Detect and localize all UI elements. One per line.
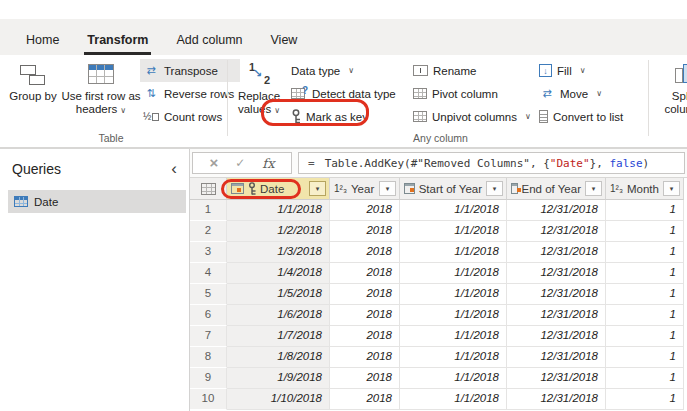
table-cell[interactable]: 1 bbox=[606, 389, 684, 410]
pivot-column-button[interactable]: Pivot column bbox=[410, 82, 537, 105]
row-number[interactable]: 3 bbox=[190, 242, 227, 263]
row-number[interactable]: 4 bbox=[190, 263, 227, 284]
table-cell[interactable]: 1/1/2018 bbox=[400, 221, 507, 242]
table-cell[interactable]: 1/3/2018 bbox=[227, 242, 330, 263]
table-cell[interactable]: 2018 bbox=[330, 221, 400, 242]
row-number[interactable]: 2 bbox=[190, 221, 227, 242]
table-cell[interactable]: 1 bbox=[606, 263, 684, 284]
table-cell[interactable]: 1/8/2018 bbox=[227, 347, 330, 368]
table-cell[interactable]: 12/31/2018 bbox=[507, 200, 606, 221]
table-cell[interactable]: 2018 bbox=[330, 263, 400, 284]
rename-button[interactable]: Rename bbox=[410, 59, 537, 82]
row-number[interactable]: 1 bbox=[190, 200, 227, 221]
column-header-date[interactable]: Date ▾ bbox=[227, 178, 330, 200]
filter-dropdown-button[interactable]: ▾ bbox=[585, 181, 602, 196]
table-cell[interactable]: 1 bbox=[606, 242, 684, 263]
table-cell[interactable]: 12/31/2018 bbox=[507, 284, 606, 305]
select-all-corner[interactable] bbox=[190, 178, 227, 200]
chevron-down-icon: ∨ bbox=[274, 106, 280, 115]
unpivot-columns-button[interactable]: Unpivot columns ∨ bbox=[410, 105, 537, 128]
reverse-rows-button[interactable]: ⇅ Reverse rows bbox=[140, 82, 240, 105]
table-cell[interactable]: 1 bbox=[606, 221, 684, 242]
formula-code: Table.AddKey(#"Removed Columns", { bbox=[325, 157, 550, 170]
convert-to-list-button[interactable]: Convert to list bbox=[536, 105, 629, 128]
table-cell[interactable]: 1 bbox=[606, 200, 684, 221]
filter-dropdown-button[interactable]: ▾ bbox=[309, 181, 326, 196]
table-cell[interactable]: 12/31/2018 bbox=[507, 347, 606, 368]
row-number[interactable]: 7 bbox=[190, 326, 227, 347]
detect-data-type-button[interactable]: ? Detect data type bbox=[288, 82, 402, 105]
table-cell[interactable]: 12/31/2018 bbox=[507, 221, 606, 242]
data-type-button[interactable]: Data type ∨ bbox=[288, 59, 402, 82]
fx-icon[interactable]: fx bbox=[262, 156, 274, 171]
column-header-start-of-year[interactable]: Start of Year ▾ bbox=[400, 178, 507, 200]
filter-dropdown-button[interactable]: ▾ bbox=[486, 181, 503, 196]
filter-dropdown-button[interactable]: ▾ bbox=[379, 181, 396, 196]
table-cell[interactable]: 2018 bbox=[330, 284, 400, 305]
split-column-button[interactable]: Split column bbox=[653, 58, 687, 116]
tab-home[interactable]: Home bbox=[23, 25, 62, 55]
table-cell[interactable]: 1/1/2018 bbox=[400, 284, 507, 305]
table-cell[interactable]: 12/31/2018 bbox=[507, 305, 606, 326]
table-cell[interactable]: 1/1/2018 bbox=[400, 368, 507, 389]
table-cell[interactable]: 12/31/2018 bbox=[507, 263, 606, 284]
cancel-icon[interactable]: × bbox=[210, 158, 219, 168]
column-header-year[interactable]: 1²₃ Year ▾ bbox=[330, 178, 400, 200]
fill-button[interactable]: ↓ Fill ∨ bbox=[536, 59, 629, 82]
table-cell[interactable]: 1/9/2018 bbox=[227, 368, 330, 389]
table-cell[interactable]: 1/1/2018 bbox=[400, 242, 507, 263]
table-cell[interactable]: 1 bbox=[606, 326, 684, 347]
count-rows-button[interactable]: ½ Count rows bbox=[140, 105, 240, 128]
table-cell[interactable]: 1 bbox=[606, 284, 684, 305]
group-by-button[interactable]: Group by bbox=[6, 58, 60, 103]
table-cell[interactable]: 1/1/2018 bbox=[400, 305, 507, 326]
table-cell[interactable]: 1/1/2018 bbox=[400, 347, 507, 368]
table-cell[interactable]: 1/6/2018 bbox=[227, 305, 330, 326]
formula-input[interactable]: =Table.AddKey(#"Removed Columns", {"Date… bbox=[298, 152, 685, 174]
table-cell[interactable]: 2018 bbox=[330, 305, 400, 326]
table-cell[interactable]: 12/31/2018 bbox=[507, 242, 606, 263]
tab-view[interactable]: View bbox=[268, 25, 301, 55]
table-cell[interactable]: 1/1/2018 bbox=[400, 263, 507, 284]
use-first-row-as-headers-button[interactable]: Use first row as headers∨ bbox=[60, 58, 142, 117]
row-number[interactable]: 8 bbox=[190, 347, 227, 368]
table-cell[interactable]: 1/2/2018 bbox=[227, 221, 330, 242]
table-cell[interactable]: 1 bbox=[606, 305, 684, 326]
replace-values-button[interactable]: 1↘2 Replace values∨ bbox=[231, 58, 287, 117]
table-cell[interactable]: 1/7/2018 bbox=[227, 326, 330, 347]
table-cell[interactable]: 2018 bbox=[330, 347, 400, 368]
table-cell[interactable]: 1/1/2018 bbox=[400, 200, 507, 221]
table-cell[interactable]: 12/31/2018 bbox=[507, 389, 606, 410]
table-cell[interactable]: 1 bbox=[606, 368, 684, 389]
table-cell[interactable]: 1/1/2018 bbox=[400, 326, 507, 347]
table-cell[interactable]: 2018 bbox=[330, 368, 400, 389]
table-cell[interactable]: 1 bbox=[606, 347, 684, 368]
tab-add-column[interactable]: Add column bbox=[173, 25, 245, 55]
table-cell[interactable]: 2018 bbox=[330, 326, 400, 347]
column-header-month[interactable]: 1²₃ Month ▾ bbox=[606, 178, 684, 200]
tab-transform[interactable]: Transform bbox=[84, 25, 151, 55]
table-cell[interactable]: 12/31/2018 bbox=[507, 326, 606, 347]
transpose-button[interactable]: ⇄ Transpose bbox=[140, 59, 240, 82]
row-number[interactable]: 9 bbox=[190, 368, 227, 389]
row-number[interactable]: 6 bbox=[190, 305, 227, 326]
row-number[interactable]: 10 bbox=[190, 389, 227, 410]
table-cell[interactable]: 1/1/2018 bbox=[227, 200, 330, 221]
table-cell[interactable]: 1/5/2018 bbox=[227, 284, 330, 305]
mark-as-key-button[interactable]: Mark as key bbox=[288, 105, 402, 128]
query-item-date[interactable]: Date bbox=[8, 190, 186, 213]
row-number[interactable]: 5 bbox=[190, 284, 227, 305]
table-cell[interactable]: 2018 bbox=[330, 242, 400, 263]
split-column-label: Split column bbox=[653, 90, 687, 116]
check-icon[interactable]: ✓ bbox=[235, 156, 245, 170]
table-cell[interactable]: 2018 bbox=[330, 200, 400, 221]
table-cell[interactable]: 1/1/2018 bbox=[400, 389, 507, 410]
collapse-pane-icon[interactable]: ‹ bbox=[171, 162, 177, 176]
filter-dropdown-button[interactable]: ▾ bbox=[663, 181, 680, 196]
table-cell[interactable]: 1/10/2018 bbox=[227, 389, 330, 410]
table-cell[interactable]: 12/31/2018 bbox=[507, 368, 606, 389]
move-button[interactable]: ⇄ Move ∨ bbox=[536, 82, 629, 105]
column-header-end-of-year[interactable]: End of Year ▾ bbox=[507, 178, 606, 200]
table-cell[interactable]: 1/4/2018 bbox=[227, 263, 330, 284]
table-cell[interactable]: 2018 bbox=[330, 389, 400, 410]
